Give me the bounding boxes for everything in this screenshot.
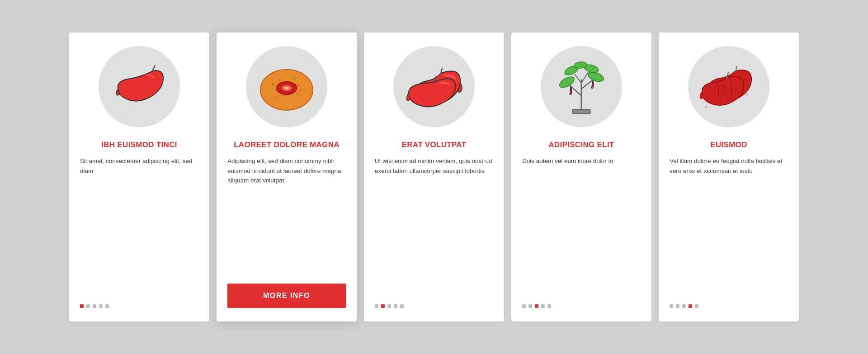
more-info-button[interactable]: MORE INFO [227,284,346,308]
dot-5-1 [676,304,679,308]
dot-3-2 [387,304,391,308]
card-title-4: ADIPISCING ELIT [548,140,614,150]
dot-3-3 [394,304,397,308]
dot-4-4 [547,304,551,308]
svg-point-16 [307,98,308,99]
svg-point-44 [750,89,751,91]
card-footer-4 [522,304,641,308]
svg-point-41 [734,88,736,90]
card-dots-3 [375,304,404,308]
dot-5-2 [682,304,686,308]
dot-3-1 [381,304,385,308]
svg-point-40 [722,85,723,86]
card-icon-circle-3 [393,46,475,127]
svg-point-2 [272,83,274,86]
svg-point-39 [715,86,716,88]
svg-point-12 [299,89,302,91]
card-title-3: ERAT VOLUTPAT [402,140,467,150]
cards-container: IBH EUISMOD TINCISit amet, consectetuer … [0,14,868,340]
dot-5-4 [695,304,698,308]
dot-4-1 [528,304,532,308]
svg-point-43 [747,83,749,84]
card-dots-5 [670,304,698,308]
card-dots-4 [522,304,551,308]
svg-point-11 [274,96,276,98]
svg-point-47 [703,102,704,103]
card-2: LAOREET DOLORE MAGNAAdipiscing elit, sed… [217,33,357,321]
svg-line-29 [581,72,588,83]
svg-point-15 [266,98,267,100]
svg-point-10 [297,93,299,94]
card-desc-3: Ut wisi enim ad minim veniam, quis nostr… [375,156,493,292]
card-desc-2: Adipiscing elit, sed diam nonummy nibh e… [227,156,346,275]
svg-point-13 [263,92,265,93]
dot-1-2 [93,304,96,308]
dot-1-0 [80,304,84,308]
svg-point-3 [279,79,281,81]
svg-line-0 [153,65,155,70]
card-icon-circle-2 [246,46,327,127]
card-footer-1 [80,304,198,308]
svg-line-28 [575,74,581,83]
card-desc-4: Duis autem vel eum iriure dolor in [522,156,641,292]
dot-4-2 [535,304,538,308]
dot-5-3 [689,304,692,308]
card-icon-circle-4 [541,46,622,127]
card-footer-3 [375,304,493,308]
dot-5-0 [670,304,673,308]
card-3: ERAT VOLUTPATUt wisi enim ad minim venia… [364,33,504,321]
svg-point-14 [307,86,309,88]
dot-4-0 [522,304,526,308]
card-1: IBH EUISMOD TINCISit amet, consectetuer … [69,33,209,321]
card-icon-circle-1 [99,46,180,127]
svg-point-21 [284,87,289,89]
svg-point-6 [297,84,299,87]
card-5: EUISMODVel illum dolore eu feugiat nulla… [659,33,799,321]
card-title-1: IBH EUISMOD TINCI [101,140,177,150]
svg-point-5 [292,78,294,80]
card-title-5: EUISMOD [710,140,747,150]
card-4: ADIPISCING ELITDuis autem vel eum iriure… [511,33,651,321]
dot-1-3 [99,304,103,308]
dot-1-1 [86,304,90,308]
dot-1-4 [105,304,109,308]
svg-point-18 [302,102,303,103]
card-desc-5: Vel illum dolore eu feugiat nulla facili… [670,156,788,292]
card-desc-1: Sit amet, consectetuer adipiscing elit, … [80,156,198,292]
svg-point-17 [270,102,272,103]
svg-point-45 [746,93,748,95]
dot-4-3 [541,304,545,308]
dot-3-4 [400,304,404,308]
svg-point-30 [558,75,576,90]
card-title-2: LAOREET DOLORE MAGNA [234,140,340,150]
card-footer-5 [670,304,788,308]
card-icon-circle-5 [688,46,769,127]
svg-point-46 [705,106,707,108]
dot-3-0 [375,304,378,308]
card-dots-1 [80,304,109,308]
